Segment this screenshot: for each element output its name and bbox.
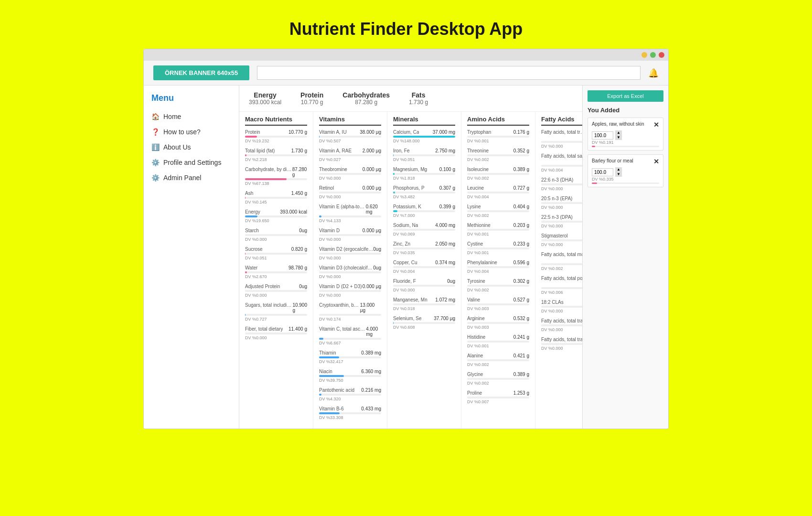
nutrient-item: Fatty acids, total trans-polyenoic0ugDV … bbox=[541, 337, 582, 351]
sidebar-item-about-us[interactable]: ℹ️About Us bbox=[144, 140, 239, 155]
sidebar-item-how-to-use[interactable]: ❓How to use? bbox=[144, 124, 239, 140]
progress-bar bbox=[245, 271, 247, 273]
progress-bar-wrap bbox=[319, 253, 381, 255]
stepper-down-button[interactable]: ▼ bbox=[615, 135, 622, 140]
search-input[interactable] bbox=[257, 66, 641, 80]
nutrient-item: Water98.780 gDV %2.670 bbox=[245, 265, 307, 279]
nutrient-item: Tyrosine0.302 gDV %0.002 bbox=[467, 279, 529, 292]
progress-bar-wrap bbox=[467, 173, 529, 175]
header-area: ÖRNEK BANNER 640x55 🔔 bbox=[144, 61, 668, 86]
nutrient-value: 0.203 g bbox=[513, 223, 529, 228]
sidebar-item-home[interactable]: 🏠Home bbox=[144, 109, 239, 124]
minimize-btn[interactable] bbox=[641, 52, 647, 58]
summary-protein: Protein10.770 g bbox=[300, 91, 323, 106]
dv-label: DV %0.145 bbox=[245, 200, 307, 204]
nutrient-item: Histidine0.241 gDV %0.001 bbox=[467, 334, 529, 348]
amount-input[interactable] bbox=[592, 168, 613, 176]
remove-item-button[interactable]: ✕ bbox=[653, 158, 659, 165]
close-btn[interactable] bbox=[659, 52, 664, 58]
nutrient-value: 98.780 g bbox=[288, 265, 307, 270]
dv-label: DV %4.133 bbox=[319, 218, 381, 223]
export-excel-button[interactable]: Export as Excel bbox=[588, 90, 663, 102]
progress-bar-wrap bbox=[319, 154, 381, 156]
sidebar-icon-profile-settings: ⚙️ bbox=[151, 159, 160, 166]
progress-bar-wrap bbox=[245, 136, 307, 138]
nutrient-item: Proline1.253 gDV %0.007 bbox=[467, 390, 529, 404]
progress-bar-wrap bbox=[541, 324, 582, 326]
nutrient-name: Fatty acids, total monounsaturated bbox=[541, 252, 582, 257]
you-added-title: You Added bbox=[588, 107, 663, 114]
bell-icon[interactable]: 🔔 bbox=[648, 68, 659, 78]
nutrient-item: Adjusted Protein0ugDV %0.000 bbox=[245, 284, 307, 298]
nutrient-value: 0.374 mg bbox=[435, 260, 455, 265]
nutrient-name: Vitamin B-6 bbox=[319, 406, 344, 411]
nutrient-item: 22:6 n-3 (DHA)0.000 μgDV %0.000 bbox=[541, 177, 582, 191]
dv-label: DV %0.035 bbox=[393, 250, 455, 255]
progress-bar-wrap bbox=[467, 378, 529, 380]
maximize-btn[interactable] bbox=[650, 52, 656, 58]
progress-bar-wrap bbox=[467, 247, 529, 249]
nutrient-item: Niacin6.360 mgDV %39.750 bbox=[319, 369, 381, 383]
nutrient-name: Fluoride, F bbox=[393, 279, 416, 284]
col-header-fatty-acids: Fatty Acids bbox=[541, 116, 582, 126]
dv-label: DV %0.018 bbox=[393, 306, 455, 311]
dv-label: DV %0.027 bbox=[319, 157, 381, 162]
sidebar-item-profile-settings[interactable]: ⚙️Profile and Settings bbox=[144, 155, 239, 170]
dv-label: DV %0.002 bbox=[467, 381, 529, 386]
nutrient-name: Phenylalanine bbox=[467, 260, 497, 265]
sidebar-item-admin-panel[interactable]: ⚙️Admin Panel bbox=[144, 170, 239, 185]
progress-bar-wrap bbox=[319, 375, 381, 377]
nutrient-value: 0.389 g bbox=[513, 372, 529, 377]
nutrient-value: 6.360 mg bbox=[361, 369, 381, 374]
nutrient-item: Vitamin C, total ascorbic acid4.000 mgDV… bbox=[319, 326, 381, 345]
nutrient-item: Glycine0.389 gDV %0.002 bbox=[467, 372, 529, 386]
nutrient-name: Vitamin A, RAE bbox=[319, 148, 352, 153]
dv-label: DV %0.000 bbox=[541, 224, 582, 228]
dv-label: DV %0.004 bbox=[541, 168, 582, 172]
nutrient-name: Vitamin D bbox=[319, 228, 340, 233]
nutrient-item: Fatty acids, total trans-monoenoic0ugDV … bbox=[541, 318, 582, 332]
stepper-down-button[interactable]: ▼ bbox=[615, 172, 622, 177]
nutrient-item: Thiamin0.389 mgDV %32.417 bbox=[319, 350, 381, 364]
nutrient-value: 0ug bbox=[299, 228, 307, 233]
col-header-amino-acids: Amino Acids bbox=[467, 116, 529, 126]
nutrient-name: Vitamin C, total ascorbic acid bbox=[319, 326, 366, 332]
progress-bar bbox=[245, 178, 287, 180]
stepper-up-button[interactable]: ▲ bbox=[615, 130, 622, 135]
dv-label: DV %2.670 bbox=[245, 274, 307, 279]
progress-bar-wrap bbox=[541, 165, 582, 167]
amount-input[interactable] bbox=[592, 131, 613, 140]
dv-label: DV %0.051 bbox=[245, 256, 307, 260]
nutrient-item: Fiber, total dietary11.400 gDV %0.000 bbox=[245, 326, 307, 340]
progress-bar-wrap bbox=[245, 271, 307, 273]
progress-bar-wrap bbox=[245, 215, 307, 217]
nutrient-name: Methionine bbox=[467, 223, 491, 228]
dv-label: DV %0.000 bbox=[541, 327, 582, 332]
progress-bar-wrap bbox=[245, 314, 307, 316]
nutrient-item: Magnesium, Mg0.100 gDV %1.818 bbox=[393, 167, 455, 181]
nutrient-value: 0.302 g bbox=[513, 279, 529, 284]
nutrient-value: 13.000 μg bbox=[360, 302, 381, 313]
dv-label: DV %0.000 bbox=[541, 186, 582, 191]
dv-label: DV %0.000 bbox=[319, 256, 381, 260]
nutrient-item: Iron, Fe2.750 mgDV %0.051 bbox=[393, 148, 455, 162]
nutrient-name: Zinc, Zn bbox=[393, 241, 410, 247]
stepper-up-button[interactable]: ▲ bbox=[615, 167, 622, 172]
dv-label: DV %0.004 bbox=[467, 269, 529, 274]
banner-button[interactable]: ÖRNEK BANNER 640x55 bbox=[153, 65, 249, 80]
nutrient-item: Copper, Cu0.374 mgDV %0.004 bbox=[393, 260, 455, 274]
added-bar bbox=[592, 183, 597, 184]
nutrient-name: Threonine bbox=[467, 148, 489, 153]
dv-label: DV %0.174 bbox=[319, 317, 381, 322]
dv-label: DV %0.006 bbox=[541, 290, 582, 295]
remove-item-button[interactable]: ✕ bbox=[653, 121, 659, 129]
progress-bar bbox=[319, 412, 340, 414]
added-item: Barley flour or meal ✕ ▲ ▼ DV %0.335 bbox=[588, 154, 663, 187]
nutrient-value: 37.700 μg bbox=[434, 316, 455, 321]
sidebar-label-about-us: About Us bbox=[163, 143, 191, 151]
nutrient-value: 4.000 mg bbox=[366, 326, 381, 337]
sidebar-label-profile-settings: Profile and Settings bbox=[163, 159, 221, 166]
right-panel: Export as Excel You Added Apples, raw, w… bbox=[582, 86, 668, 429]
nutrient-value: 1.253 g bbox=[513, 390, 529, 396]
nutrient-item: Cystine0.233 gDV %0.001 bbox=[467, 241, 529, 255]
